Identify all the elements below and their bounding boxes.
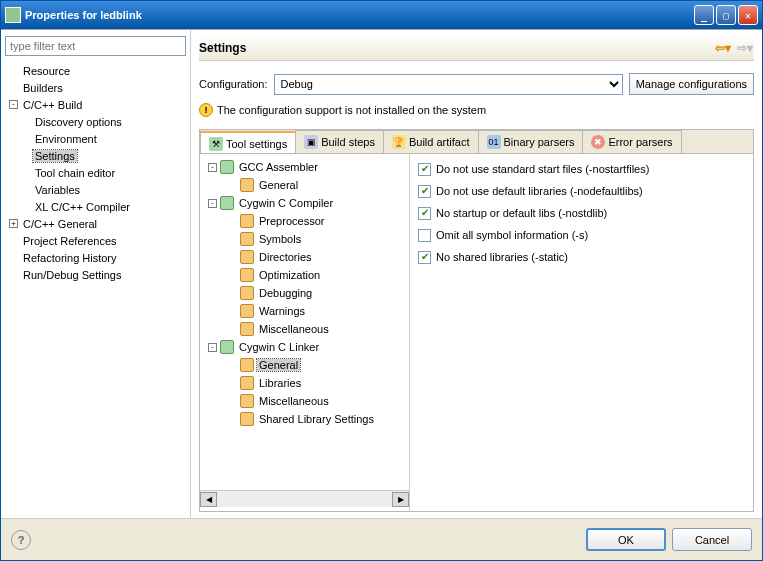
nav-item-refactor[interactable]: Refactoring History	[5, 249, 186, 266]
app-icon	[5, 7, 21, 23]
checkbox-static[interactable]: ✔No shared libraries (-static)	[418, 248, 745, 266]
warning-row: ! The configuration support is not insta…	[199, 103, 754, 117]
nav-item-toolchain[interactable]: Tool chain editor	[5, 164, 186, 181]
scroll-left-button[interactable]: ◀	[200, 492, 217, 507]
configuration-row: Configuration: Debug Manage configuratio…	[199, 73, 754, 95]
configuration-label: Configuration:	[199, 78, 268, 90]
category-icon	[240, 178, 254, 192]
nav-item-projrefs[interactable]: Project References	[5, 232, 186, 249]
category-icon	[240, 358, 254, 372]
checkbox-nodefaultlibs[interactable]: ✔Do not use default libraries (-nodefaul…	[418, 182, 745, 200]
filter-input[interactable]	[5, 36, 186, 56]
error-parsers-icon: ✖	[591, 135, 605, 149]
nav-item-discovery[interactable]: Discovery options	[5, 113, 186, 130]
scroll-right-button[interactable]: ▶	[392, 492, 409, 507]
back-button[interactable]: ⇦▾	[714, 40, 732, 56]
manage-configurations-button[interactable]: Manage configurations	[629, 73, 754, 95]
navigation-panel: Resource Builders -C/C++ Build Discovery…	[1, 30, 191, 518]
titlebar[interactable]: Properties for ledblink _ ▢ ✕	[1, 1, 762, 29]
tool-icon	[220, 340, 234, 354]
category-icon	[240, 232, 254, 246]
tool-icon	[220, 160, 234, 174]
category-icon	[240, 286, 254, 300]
window-title: Properties for ledblink	[25, 9, 694, 21]
tree-cygc-optimization[interactable]: Optimization	[200, 266, 409, 284]
tree-gcc-assembler-general[interactable]: General	[200, 176, 409, 194]
binary-parsers-icon: 01	[487, 135, 501, 149]
cancel-button[interactable]: Cancel	[672, 528, 752, 551]
tree-cygl-libraries[interactable]: Libraries	[200, 374, 409, 392]
category-icon	[240, 214, 254, 228]
maximize-button[interactable]: ▢	[716, 5, 736, 25]
tab-error-parsers[interactable]: ✖Error parsers	[582, 130, 681, 153]
options-pane: ✔Do not use standard start files (-nosta…	[410, 154, 753, 511]
checkbox-stripall[interactable]: ✔Omit all symbol information (-s)	[418, 226, 745, 244]
category-icon	[240, 322, 254, 336]
tabbar: ⚒Tool settings ▣Build steps 🏆Build artif…	[200, 130, 753, 154]
tab-build-artifact[interactable]: 🏆Build artifact	[383, 130, 479, 153]
category-icon	[240, 268, 254, 282]
client-area: Resource Builders -C/C++ Build Discovery…	[1, 29, 762, 518]
category-icon	[240, 412, 254, 426]
category-icon	[240, 376, 254, 390]
tree-cygc-warnings[interactable]: Warnings	[200, 302, 409, 320]
tree-cygwin-c-compiler[interactable]: -Cygwin C Compiler	[200, 194, 409, 212]
category-icon	[240, 250, 254, 264]
page-title: Settings	[199, 41, 246, 55]
nav-item-resource[interactable]: Resource	[5, 62, 186, 79]
category-icon	[240, 394, 254, 408]
forward-button[interactable]: ⇨▾	[736, 40, 754, 56]
build-artifact-icon: 🏆	[392, 135, 406, 149]
category-icon	[240, 304, 254, 318]
nav-tree[interactable]: Resource Builders -C/C++ Build Discovery…	[5, 62, 186, 512]
checkbox-nostartfiles[interactable]: ✔Do not use standard start files (-nosta…	[418, 160, 745, 178]
tool-icon	[220, 196, 234, 210]
properties-dialog: Properties for ledblink _ ▢ ✕ Resource B…	[0, 0, 763, 561]
nav-item-xlcompiler[interactable]: XL C/C++ Compiler	[5, 198, 186, 215]
tree-cygc-preprocessor[interactable]: Preprocessor	[200, 212, 409, 230]
tree-hscrollbar[interactable]: ◀ ▶	[200, 490, 409, 507]
tab-tool-settings[interactable]: ⚒Tool settings	[200, 131, 296, 154]
warning-text: The configuration support is not install…	[217, 104, 486, 116]
nav-item-environment[interactable]: Environment	[5, 130, 186, 147]
nav-item-variables[interactable]: Variables	[5, 181, 186, 198]
tree-cygc-symbols[interactable]: Symbols	[200, 230, 409, 248]
settings-panel: Settings ⇦▾ ⇨▾ Configuration: Debug Mana…	[191, 30, 762, 518]
nav-item-ccbuild[interactable]: -C/C++ Build	[5, 96, 186, 113]
help-button[interactable]: ?	[11, 530, 31, 550]
nav-item-settings[interactable]: Settings	[5, 147, 186, 164]
nav-item-builders[interactable]: Builders	[5, 79, 186, 96]
build-steps-icon: ▣	[304, 135, 318, 149]
tree-gcc-assembler[interactable]: -GCC Assembler	[200, 158, 409, 176]
nav-item-rundebug[interactable]: Run/Debug Settings	[5, 266, 186, 283]
tree-cygwin-c-linker[interactable]: -Cygwin C Linker	[200, 338, 409, 356]
checkbox-nostdlib[interactable]: ✔No startup or default libs (-nostdlib)	[418, 204, 745, 222]
tree-cygc-debugging[interactable]: Debugging	[200, 284, 409, 302]
tree-cygc-directories[interactable]: Directories	[200, 248, 409, 266]
tree-cygl-shared[interactable]: Shared Library Settings	[200, 410, 409, 428]
ok-button[interactable]: OK	[586, 528, 666, 551]
tab-content: -GCC Assembler General -Cygwin C Compile…	[200, 154, 753, 511]
tree-cygc-miscellaneous[interactable]: Miscellaneous	[200, 320, 409, 338]
nav-item-ccgeneral[interactable]: +C/C++ General	[5, 215, 186, 232]
settings-tabs: ⚒Tool settings ▣Build steps 🏆Build artif…	[199, 129, 754, 512]
page-header: Settings ⇦▾ ⇨▾	[199, 36, 754, 61]
configuration-select[interactable]: Debug	[274, 74, 623, 95]
minimize-button[interactable]: _	[694, 5, 714, 25]
tab-build-steps[interactable]: ▣Build steps	[295, 130, 384, 153]
tool-tree-pane: -GCC Assembler General -Cygwin C Compile…	[200, 154, 410, 511]
tree-cygl-miscellaneous[interactable]: Miscellaneous	[200, 392, 409, 410]
tool-tree[interactable]: -GCC Assembler General -Cygwin C Compile…	[200, 158, 409, 490]
tree-cygl-general[interactable]: General	[200, 356, 409, 374]
tab-binary-parsers[interactable]: 01Binary parsers	[478, 130, 584, 153]
tool-settings-icon: ⚒	[209, 137, 223, 151]
warning-icon: !	[199, 103, 213, 117]
footer: ? OK Cancel	[1, 518, 762, 560]
close-button[interactable]: ✕	[738, 5, 758, 25]
